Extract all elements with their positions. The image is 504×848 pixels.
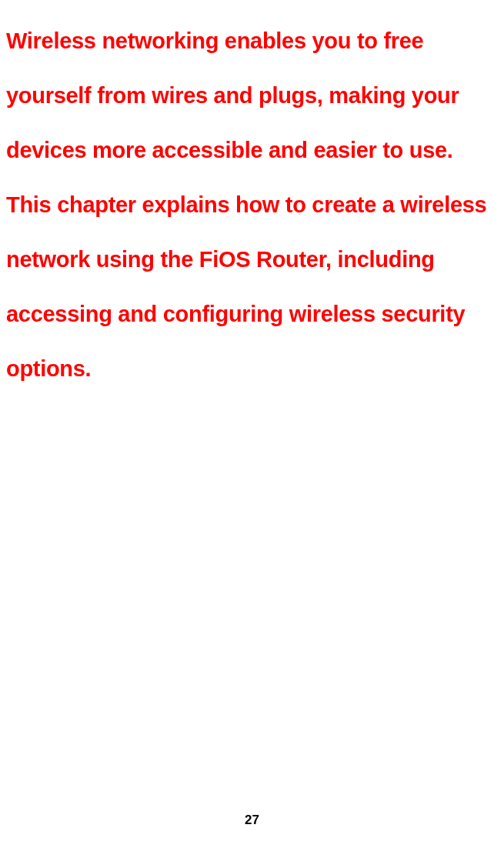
- page-number: 27: [0, 813, 504, 828]
- intro-paragraph: Wireless networking enables you to free …: [6, 14, 498, 396]
- page-content: Wireless networking enables you to free …: [0, 0, 504, 396]
